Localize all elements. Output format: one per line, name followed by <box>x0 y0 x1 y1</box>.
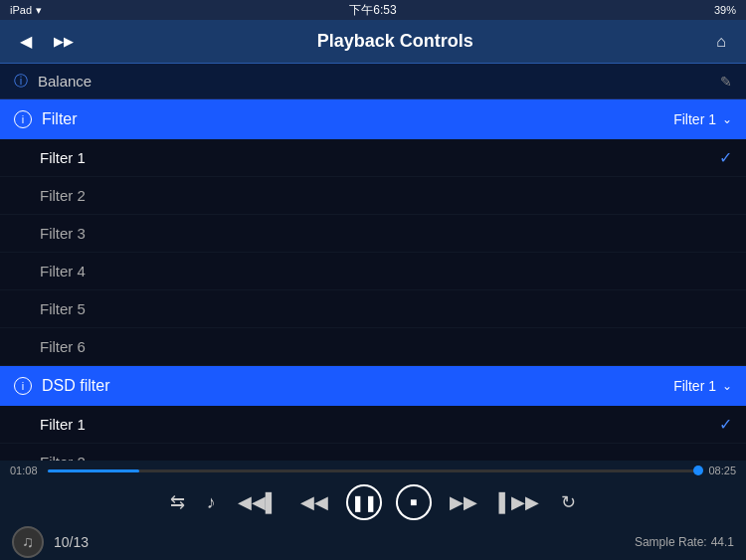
balance-edit-icon[interactable]: ✎ <box>720 74 732 90</box>
status-device: iPad <box>10 4 32 16</box>
dsd-filter-check-icon: ✓ <box>719 415 732 434</box>
repeat-button[interactable]: ↻ <box>557 487 580 517</box>
controls-row: ⇆ ♪ ◀◀▌ ◀◀ ❚❚ ■ ▶▶ ▌▶▶ ↻ <box>0 480 746 524</box>
title-bar: ◀ ▶▶ Playback Controls ⌂ <box>0 20 746 64</box>
home-button[interactable]: ⌂ <box>710 29 732 55</box>
wifi-icon: ▾ <box>36 4 42 17</box>
filter-list: Filter 1 ✓ Filter 2 Filter 3 Filter 4 Fi… <box>0 139 746 366</box>
page-title: Playback Controls <box>80 31 710 52</box>
status-right: 39% <box>714 4 736 16</box>
dsd-filter-info-icon[interactable]: i <box>14 377 32 395</box>
status-bar: iPad ▾ 下午6:53 39% <box>0 0 746 20</box>
prev-track-button[interactable]: ◀◀▌ <box>234 487 282 517</box>
battery-label: 39% <box>714 4 736 16</box>
total-time: 08:25 <box>706 465 736 476</box>
current-time: 01:08 <box>10 465 40 476</box>
sample-rate: Sample Rate: 44.1 <box>635 535 734 549</box>
filter-chevron-icon: ⌄ <box>722 112 732 126</box>
status-time: 下午6:53 <box>349 2 396 19</box>
filter-info-icon[interactable]: i <box>14 110 32 128</box>
filter-item-2[interactable]: Filter 2 <box>0 177 746 215</box>
filter-item-3[interactable]: Filter 3 <box>0 215 746 253</box>
player-bar: 01:08 08:25 ⇆ ♪ ◀◀▌ ◀◀ ❚❚ ■ ▶▶ ▌▶▶ ↻ ♫ 1… <box>0 461 746 560</box>
progress-section: 01:08 08:25 <box>0 461 746 480</box>
track-count: 10/13 <box>54 534 89 550</box>
progress-thumb <box>693 466 703 475</box>
album-art: ♫ <box>12 526 44 558</box>
title-bar-left: ◀ ▶▶ <box>14 28 80 55</box>
balance-label: Balance <box>38 73 92 90</box>
progress-track[interactable] <box>48 469 698 472</box>
sample-rate-label: Sample Rate: <box>635 535 707 549</box>
status-left: iPad ▾ <box>10 4 42 17</box>
dsd-filter-section-header[interactable]: i DSD filter Filter 1 ⌄ <box>0 366 746 406</box>
filter-item-5[interactable]: Filter 5 <box>0 290 746 328</box>
dsd-filter-item-2[interactable]: Filter 2 <box>0 444 746 461</box>
shuffle-button[interactable]: ⇆ <box>166 487 189 517</box>
filter-item-6[interactable]: Filter 6 <box>0 328 746 366</box>
balance-row: ⓘ Balance ✎ <box>0 64 746 99</box>
filter-section-header[interactable]: i Filter Filter 1 ⌄ <box>0 99 746 139</box>
stop-button[interactable]: ■ <box>396 484 432 520</box>
back-button[interactable]: ◀ <box>14 28 38 55</box>
balance-info-icon[interactable]: ⓘ <box>14 73 28 91</box>
pause-button[interactable]: ❚❚ <box>346 484 382 520</box>
rewind-button[interactable]: ◀◀ <box>296 487 332 517</box>
filter-item-4[interactable]: Filter 4 <box>0 253 746 290</box>
filter-label: Filter <box>42 110 78 128</box>
dsd-filter-item-1[interactable]: Filter 1 ✓ <box>0 406 746 444</box>
filter-selected-value[interactable]: Filter 1 ⌄ <box>673 111 732 127</box>
fast-forward-button[interactable]: ▶▶ <box>446 487 481 517</box>
filter-check-icon: ✓ <box>719 148 732 167</box>
filter-item-1[interactable]: Filter 1 ✓ <box>0 139 746 177</box>
content-area: ⓘ Balance ✎ i Filter Filter 1 ⌄ Filter 1… <box>0 64 746 461</box>
forward-button[interactable]: ▶▶ <box>48 30 80 53</box>
music-note-button[interactable]: ♪ <box>203 488 220 517</box>
dsd-filter-chevron-icon: ⌄ <box>722 379 732 393</box>
next-track-button[interactable]: ▌▶▶ <box>495 487 544 517</box>
title-bar-right: ⌂ <box>710 29 732 55</box>
bottom-info: ♫ 10/13 Sample Rate: 44.1 <box>0 524 746 560</box>
progress-fill <box>48 469 139 472</box>
dsd-filter-selected-value[interactable]: Filter 1 ⌄ <box>673 378 732 394</box>
dsd-filter-list: Filter 1 ✓ Filter 2 Filter 3 Filter 4 <box>0 406 746 461</box>
dsd-filter-label: DSD filter <box>42 377 109 395</box>
sample-rate-value: 44.1 <box>711 535 734 549</box>
